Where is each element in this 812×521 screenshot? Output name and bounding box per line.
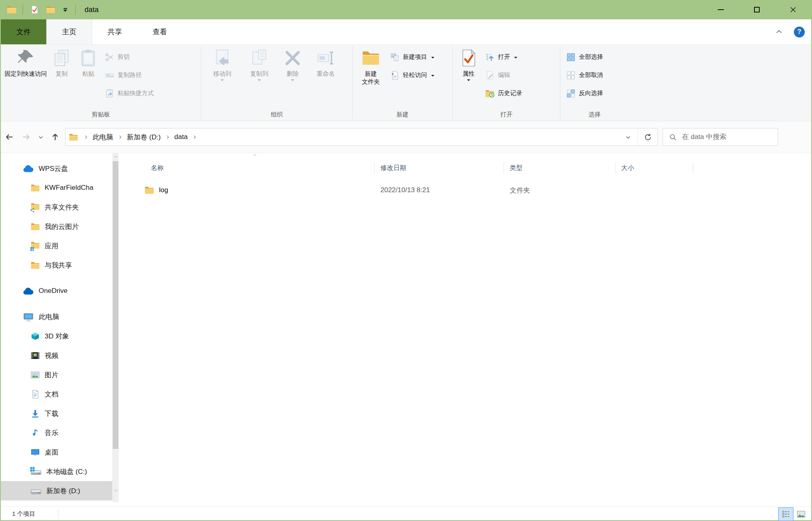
scroll-up-button[interactable] [112, 153, 119, 160]
breadcrumb-chevron-icon[interactable] [190, 133, 199, 141]
column-header-name[interactable]: 名称 [119, 162, 375, 174]
qat-new-folder-button[interactable] [45, 3, 57, 17]
address-folder-icon [69, 133, 78, 141]
delete-button[interactable]: 删除 [278, 47, 307, 81]
sidebar-item-desktop[interactable]: 桌面 [1, 442, 119, 462]
easy-access-button[interactable]: 轻松访问 [387, 66, 450, 84]
minimize-icon [718, 9, 724, 10]
sidebar-item-pictures[interactable]: 图片 [1, 365, 119, 384]
minimize-button[interactable] [702, 0, 739, 19]
forward-button[interactable] [18, 128, 35, 146]
cut-button[interactable]: 剪切 [101, 48, 187, 66]
scissors-icon [105, 52, 114, 62]
paste-shortcut-button[interactable]: 粘贴快捷方式 [101, 84, 187, 102]
qat-customize-dropdown[interactable] [61, 3, 70, 17]
sidebar-item-downloads[interactable]: 下载 [1, 404, 119, 423]
open-button[interactable]: 打开 [482, 48, 550, 66]
invert-selection-button[interactable]: 反向选择 [563, 84, 626, 102]
dropdown-caret-icon [467, 79, 470, 81]
sidebar-item-apps[interactable]: 应用 [1, 236, 119, 255]
breadcrumb-chevron-icon[interactable] [163, 133, 172, 141]
sidebar-item-shared-with-me[interactable]: 与我共享 [1, 255, 119, 275]
help-button[interactable]: ? [794, 27, 805, 37]
close-icon [789, 6, 797, 14]
group-label-new: 新建 [353, 111, 452, 118]
recent-locations-dropdown[interactable] [35, 128, 47, 146]
ribbon-group-select: 全部选择 全部取消 反向选择 选择 [560, 45, 629, 121]
arrow-left-icon [4, 132, 14, 142]
item-count: 1 个项目 [1, 510, 35, 518]
search-icon [669, 133, 677, 141]
details-view-button[interactable] [778, 507, 793, 521]
paste-button[interactable]: 粘贴 [75, 47, 101, 78]
select-none-icon [566, 71, 576, 80]
close-button[interactable] [775, 0, 811, 19]
ribbon-group-clipboard: 固定到快速访问 复制 粘贴 剪切 复制路径 [1, 45, 201, 121]
copy-button[interactable]: 复制 [48, 47, 75, 78]
sidebar-item-onedrive[interactable]: OneDrive [1, 281, 119, 301]
sidebar-item-drive-d[interactable]: 新加卷 (D:) [1, 481, 113, 500]
sort-ascending-icon [252, 153, 257, 157]
edit-button[interactable]: 编辑 [482, 66, 550, 84]
up-button[interactable] [47, 128, 64, 146]
select-none-button[interactable]: 全部取消 [563, 66, 626, 84]
qat-properties-button[interactable] [29, 3, 41, 17]
ribbon-group-organize: 移动到 复制到 删除 重命名 组织 [201, 45, 352, 121]
column-header-type[interactable]: 类型 [504, 162, 616, 174]
tab-home[interactable]: 主页 [46, 19, 92, 44]
arrow-right-icon [21, 132, 31, 142]
breadcrumb-item-drive-d[interactable]: 新加卷 (D:) [124, 133, 163, 142]
sidebar-item-wps-cloud[interactable]: WPS云盘 [1, 159, 119, 178]
sidebar-item-my-cloud-pictures[interactable]: 我的云图片 [1, 217, 119, 236]
pin-to-quick-access-button[interactable]: 固定到快速访问 [3, 47, 48, 78]
refresh-button[interactable] [638, 129, 657, 145]
film-strip-icon [31, 351, 40, 360]
select-all-button[interactable]: 全部选择 [563, 48, 626, 66]
search-input[interactable] [681, 133, 775, 141]
new-folder-button[interactable]: 新建 文件夹 [355, 47, 387, 85]
address-dropdown-button[interactable] [618, 129, 638, 145]
sidebar-item-kwfarfieldcha[interactable]: KWFarFieldCha [1, 178, 119, 197]
collapse-ribbon-button[interactable] [773, 26, 785, 38]
sidebar-item-this-pc[interactable]: 此电脑 [1, 307, 119, 326]
app-folder-icon[interactable] [6, 5, 17, 14]
history-button[interactable]: 历史记录 [482, 84, 550, 102]
breadcrumb-item-data[interactable]: data [172, 133, 190, 141]
sidebar-scrollbar[interactable] [112, 153, 119, 502]
address-bar[interactable]: 此电脑 新加卷 (D:) data [65, 128, 658, 146]
rename-button[interactable]: 重命名 [307, 47, 344, 78]
breadcrumb-chevron-icon[interactable] [81, 133, 90, 141]
scrollbar-thumb[interactable] [113, 161, 118, 449]
column-header-date-modified[interactable]: 修改日期 [375, 162, 504, 174]
move-to-button[interactable]: 移动到 [204, 47, 241, 81]
breadcrumb-item-this-pc[interactable]: 此电脑 [90, 133, 116, 142]
scroll-down-button[interactable] [112, 487, 119, 494]
sidebar-item-music[interactable]: 音乐 [1, 423, 119, 442]
delete-x-icon [283, 49, 302, 67]
copy-path-button[interactable]: 复制路径 [101, 66, 187, 84]
sidebar-item-videos[interactable]: 视频 [1, 346, 119, 365]
large-icons-view-button[interactable] [793, 507, 809, 521]
download-arrow-icon [31, 409, 40, 418]
edit-icon [485, 71, 495, 80]
table-row[interactable]: log 2022/10/13 8:21 文件夹 [119, 180, 811, 201]
drive-icon [31, 486, 41, 496]
column-header-size[interactable]: 大小 [616, 162, 693, 174]
sidebar-item-3d-objects[interactable]: 3D 对象 [1, 326, 119, 346]
titlebar-separator [75, 4, 76, 15]
sidebar-item-drive-c[interactable]: 本地磁盘 (C:) [1, 462, 119, 481]
back-button[interactable] [1, 128, 18, 146]
breadcrumb-chevron-icon[interactable] [116, 133, 124, 141]
copy-to-icon [250, 49, 269, 67]
tab-file[interactable]: 文件 [1, 19, 46, 44]
tab-share[interactable]: 共享 [92, 19, 137, 44]
maximize-button[interactable] [739, 0, 775, 19]
address-band: 此电脑 新加卷 (D:) data [1, 121, 811, 153]
sidebar-item-documents[interactable]: 文档 [1, 384, 119, 404]
properties-button[interactable]: 属性 [455, 47, 482, 81]
copy-to-button[interactable]: 复制到 [241, 47, 278, 81]
tab-view[interactable]: 查看 [137, 19, 182, 44]
sidebar-item-shared-folder[interactable]: 共享文件夹 [1, 197, 119, 217]
open-icon [485, 52, 495, 62]
new-item-button[interactable]: 新建项目 [387, 48, 450, 66]
